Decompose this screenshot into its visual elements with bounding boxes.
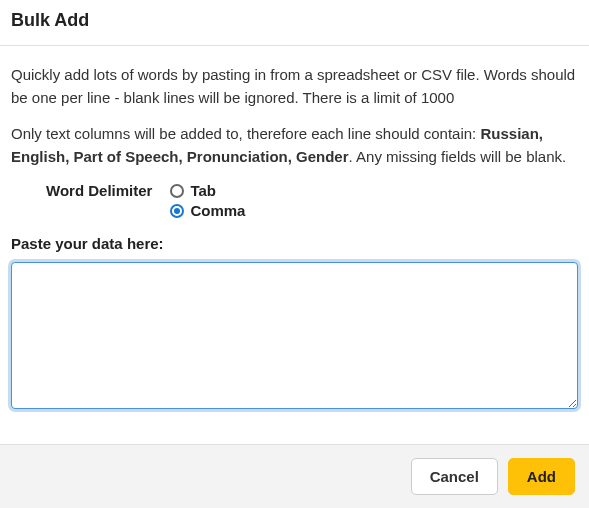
- dialog-footer: Cancel Add: [0, 444, 589, 508]
- dialog-header: Bulk Add: [0, 0, 589, 46]
- add-button[interactable]: Add: [508, 458, 575, 495]
- delimiter-radio-tab[interactable]: Tab: [170, 182, 245, 199]
- radio-label-tab: Tab: [190, 182, 216, 199]
- radio-icon-checked: [170, 204, 184, 218]
- data-textarea[interactable]: [11, 262, 578, 409]
- radio-dot-icon: [174, 208, 180, 214]
- columns-info-text: Only text columns will be added to, ther…: [11, 123, 578, 168]
- radio-icon: [170, 184, 184, 198]
- description-text: Quickly add lots of words by pasting in …: [11, 64, 578, 109]
- delimiter-radio-group: Tab Comma: [170, 182, 245, 219]
- dialog-content: Quickly add lots of words by pasting in …: [0, 46, 589, 422]
- cancel-button[interactable]: Cancel: [411, 458, 498, 495]
- delimiter-label: Word Delimiter: [46, 182, 152, 199]
- dialog-title: Bulk Add: [11, 10, 578, 31]
- paste-label: Paste your data here:: [11, 235, 578, 252]
- columns-suffix: . Any missing fields will be blank.: [349, 148, 567, 165]
- radio-label-comma: Comma: [190, 202, 245, 219]
- delimiter-radio-comma[interactable]: Comma: [170, 202, 245, 219]
- columns-prefix: Only text columns will be added to, ther…: [11, 125, 480, 142]
- delimiter-row: Word Delimiter Tab Comma: [11, 182, 578, 219]
- textarea-wrap: [11, 262, 578, 412]
